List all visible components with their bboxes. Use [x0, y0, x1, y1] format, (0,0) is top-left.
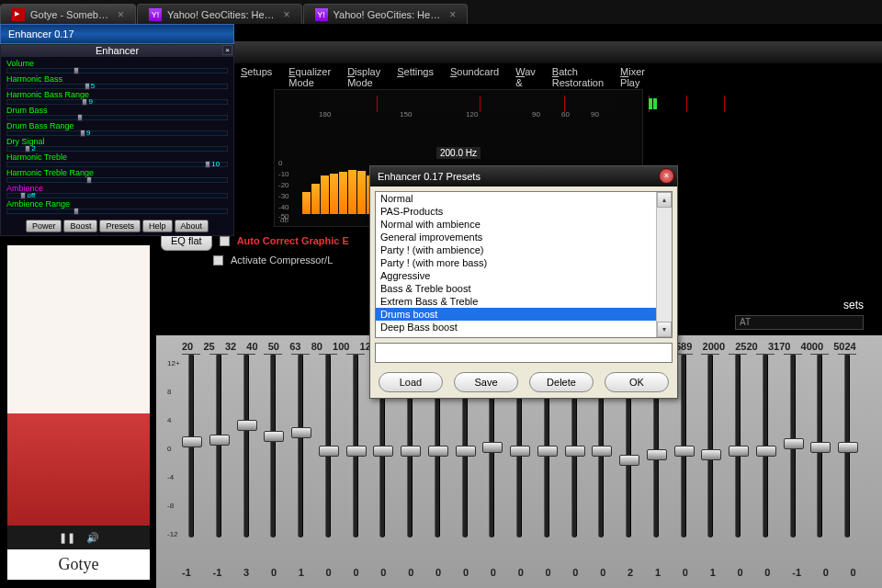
slider-thumb[interactable]	[74, 208, 79, 215]
auto-correct-checkbox[interactable]	[220, 236, 230, 246]
fader-knob[interactable]	[756, 446, 776, 457]
fader-track[interactable]	[188, 354, 194, 537]
slider-track[interactable]: off	[6, 193, 228, 198]
preset-item[interactable]: Deep Bass boost	[376, 321, 672, 334]
slider-thumb[interactable]	[85, 83, 90, 90]
activate-checkbox[interactable]	[213, 255, 223, 266]
fader-knob[interactable]	[182, 436, 202, 447]
slider-thumb[interactable]	[77, 114, 83, 121]
fader-track[interactable]	[844, 354, 850, 537]
about-button[interactable]: About	[175, 220, 209, 232]
preset-item[interactable]: Extrem Bass & Treble	[376, 295, 672, 308]
menu-item[interactable]: Display Mode	[347, 66, 380, 81]
preset-item[interactable]: Normal	[376, 192, 672, 205]
preset-item[interactable]: Aggressive	[376, 269, 672, 282]
menu-item[interactable]: Soundcard	[450, 66, 499, 81]
fader-track[interactable]	[270, 354, 276, 537]
save-button[interactable]: Save	[454, 372, 518, 392]
slider-thumb[interactable]	[82, 98, 87, 106]
preset-item[interactable]: Bass & Treble boost	[376, 282, 672, 295]
slider-track[interactable]: 9	[6, 130, 228, 136]
delete-button[interactable]: Delete	[529, 372, 594, 392]
fader-knob[interactable]	[701, 449, 721, 460]
slider-thumb[interactable]	[205, 161, 210, 168]
slider-track[interactable]	[6, 115, 228, 120]
slider-track[interactable]: 2	[6, 146, 228, 152]
power-button[interactable]: Power	[26, 220, 62, 232]
slider-thumb[interactable]	[80, 130, 85, 137]
slider-track[interactable]	[6, 68, 228, 74]
menu-item[interactable]: Setups	[241, 66, 272, 81]
volume-icon[interactable]: 🔊	[86, 532, 99, 544]
fader-track[interactable]	[325, 354, 331, 537]
preset-item[interactable]: Party ! (with ambience)	[376, 243, 672, 256]
slider-track[interactable]: 5	[6, 84, 228, 89]
load-button[interactable]: Load	[379, 372, 443, 392]
help-button[interactable]: Help	[142, 220, 173, 232]
fader-knob[interactable]	[346, 446, 367, 457]
slider-thumb[interactable]	[86, 176, 92, 184]
menu-item[interactable]: Mixer Play List	[620, 66, 645, 81]
pause-icon[interactable]: ❚❚	[59, 532, 75, 544]
preset-item[interactable]: General improvements	[376, 231, 672, 243]
menu-item[interactable]: Equalizer Mode	[288, 66, 331, 81]
close-icon[interactable]: ×	[659, 168, 674, 184]
fader-knob[interactable]	[428, 446, 448, 457]
browser-tab[interactable]: Y!Yahoo! GeoCities: He…×	[303, 4, 469, 24]
fader-knob[interactable]	[482, 442, 503, 453]
tab-close-icon[interactable]: ×	[449, 8, 456, 21]
presets-listbox[interactable]: NormalPAS-ProductsNormal with ambienceGe…	[375, 191, 673, 338]
menu-item[interactable]: Batch Restoration	[552, 66, 604, 81]
fader-knob[interactable]	[647, 449, 667, 460]
slider-thumb[interactable]	[74, 67, 79, 74]
slider-track[interactable]: 10	[6, 162, 228, 167]
fader-knob[interactable]	[784, 438, 804, 449]
enhancer-close-icon[interactable]: ×	[222, 45, 232, 55]
preset-item[interactable]: Normal with ambience	[376, 218, 672, 231]
fader-knob[interactable]	[237, 420, 257, 431]
preset-item[interactable]: Drums boost	[376, 308, 672, 321]
fader-knob[interactable]	[510, 446, 530, 457]
slider-track[interactable]	[6, 209, 228, 214]
ok-button[interactable]: OK	[605, 372, 669, 392]
scroll-down-icon[interactable]: ▾	[657, 322, 672, 337]
fader-track[interactable]	[817, 354, 822, 537]
fader-track[interactable]	[790, 354, 796, 537]
fader-track[interactable]	[298, 354, 303, 537]
fader-knob[interactable]	[674, 446, 695, 457]
presets-side-box[interactable]: AT	[735, 315, 864, 330]
slider-thumb[interactable]	[20, 192, 26, 199]
fader-track[interactable]	[735, 354, 741, 537]
fader-knob[interactable]	[810, 442, 831, 453]
menu-item[interactable]: Settings	[397, 66, 434, 81]
fader-track[interactable]	[243, 354, 249, 537]
fader-knob[interactable]	[264, 431, 284, 442]
preset-item[interactable]: Party ! (with more bass)	[376, 256, 672, 269]
fader-knob[interactable]	[319, 446, 339, 457]
preset-name-input[interactable]	[375, 343, 673, 363]
fader-knob[interactable]	[565, 446, 585, 457]
fader-track[interactable]	[353, 354, 358, 537]
fader-knob[interactable]	[619, 455, 639, 466]
fader-track[interactable]	[681, 354, 686, 537]
fader-track[interactable]	[216, 354, 221, 537]
presets-title[interactable]: Enhancer 0.17 Presets ×	[370, 166, 677, 187]
fader-knob[interactable]	[537, 446, 558, 457]
tab-close-icon[interactable]: ×	[284, 8, 290, 21]
fader-knob[interactable]	[456, 446, 476, 457]
fader-knob[interactable]	[209, 435, 230, 446]
browser-tab[interactable]: Gotye - Someb…×	[0, 4, 136, 24]
fader-track[interactable]	[763, 354, 768, 537]
browser-tab[interactable]: Y!Yahoo! GeoCities: He…×	[137, 4, 302, 24]
slider-track[interactable]: 9	[6, 99, 228, 105]
scrollbar[interactable]: ▴ ▾	[656, 192, 672, 337]
fader-knob[interactable]	[838, 442, 858, 453]
enhancer-title-bar[interactable]: Enhancer 0.17	[0, 24, 234, 44]
fader-knob[interactable]	[592, 446, 612, 457]
fader-track[interactable]	[707, 354, 713, 537]
fader-knob[interactable]	[373, 446, 393, 457]
fader-knob[interactable]	[729, 446, 749, 457]
fader-knob[interactable]	[291, 427, 311, 438]
fader-knob[interactable]	[401, 446, 421, 457]
preset-item[interactable]: PAS-Products	[376, 205, 672, 218]
